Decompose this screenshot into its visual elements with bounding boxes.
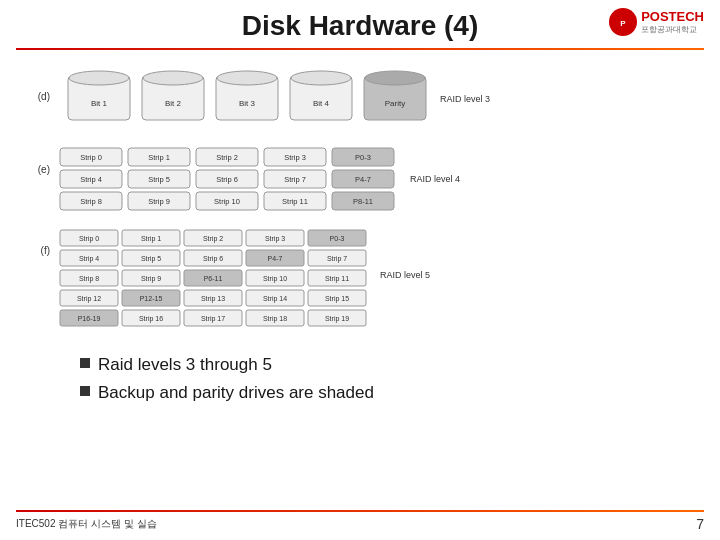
logo-name: POSTECH xyxy=(641,9,704,24)
bullet-text-1: Raid levels 3 through 5 xyxy=(98,353,272,377)
svg-point-3 xyxy=(69,71,129,85)
svg-point-9 xyxy=(217,71,277,85)
disk-bit4: Bit 4 xyxy=(290,71,352,120)
svg-text:Strip 10: Strip 10 xyxy=(263,275,287,283)
disk-bit3: Bit 3 xyxy=(216,71,278,120)
svg-text:Strip 15: Strip 15 xyxy=(325,295,349,303)
logo-text-block: POSTECH 포항공과대학교 xyxy=(641,9,704,35)
svg-text:Strip 8: Strip 8 xyxy=(80,197,102,206)
svg-text:Strip 14: Strip 14 xyxy=(263,295,287,303)
svg-text:Strip 17: Strip 17 xyxy=(201,315,225,323)
raid5-level-label: RAID level 5 xyxy=(380,270,430,280)
disk-parity3: Parity xyxy=(364,71,426,120)
svg-text:Bit 2: Bit 2 xyxy=(165,99,182,108)
svg-text:Strip 16: Strip 16 xyxy=(139,315,163,323)
svg-text:Strip 0: Strip 0 xyxy=(80,153,102,162)
svg-text:Strip 7: Strip 7 xyxy=(284,175,306,184)
svg-text:P: P xyxy=(620,19,626,28)
logo-subtext: 포항공과대학교 xyxy=(641,24,704,35)
svg-text:Bit 3: Bit 3 xyxy=(239,99,256,108)
bullet-item-1: Raid levels 3 through 5 xyxy=(80,353,670,377)
svg-text:Strip 4: Strip 4 xyxy=(80,175,102,184)
top-divider xyxy=(16,48,704,50)
svg-text:Strip 13: Strip 13 xyxy=(201,295,225,303)
raid5-label: (f) xyxy=(41,245,50,256)
svg-text:Strip 1: Strip 1 xyxy=(141,235,161,243)
logo-area: P POSTECH 포항공과대학교 xyxy=(609,8,704,36)
svg-text:Strip 4: Strip 4 xyxy=(79,255,99,263)
raid-diagram: (d) Bit 1 Bit 2 Bit 3 xyxy=(20,58,700,343)
svg-text:Strip 11: Strip 11 xyxy=(325,275,349,283)
svg-text:Strip 5: Strip 5 xyxy=(148,175,170,184)
footer: ITEC502 컴퓨터 시스템 및 실습 7 xyxy=(16,516,704,532)
svg-text:Strip 3: Strip 3 xyxy=(265,235,285,243)
bullets-section: Raid levels 3 through 5 Backup and parit… xyxy=(20,343,700,415)
raid3-label: (d) xyxy=(38,91,50,102)
main-content: (d) Bit 1 Bit 2 Bit 3 xyxy=(0,58,720,415)
svg-text:Bit 1: Bit 1 xyxy=(91,99,108,108)
bottom-divider xyxy=(16,510,704,512)
svg-point-15 xyxy=(365,71,425,85)
svg-text:P12-15: P12-15 xyxy=(140,295,163,302)
svg-text:Parity: Parity xyxy=(385,99,405,108)
disk-bit2: Bit 2 xyxy=(142,71,204,120)
svg-text:P4-7: P4-7 xyxy=(355,175,371,184)
svg-text:P4-7: P4-7 xyxy=(268,255,283,262)
bullet-text-2: Backup and parity drives are shaded xyxy=(98,381,374,405)
svg-text:P0-3: P0-3 xyxy=(355,153,371,162)
bullet-icon-1 xyxy=(80,358,90,368)
svg-text:Strip 9: Strip 9 xyxy=(148,197,170,206)
svg-text:Strip 11: Strip 11 xyxy=(282,197,308,206)
footer-course-label: ITEC502 컴퓨터 시스템 및 실습 xyxy=(16,517,157,531)
svg-text:Strip 8: Strip 8 xyxy=(79,275,99,283)
svg-text:Strip 10: Strip 10 xyxy=(214,197,240,206)
svg-text:Strip 5: Strip 5 xyxy=(141,255,161,263)
svg-text:Strip 9: Strip 9 xyxy=(141,275,161,283)
raid-svg: (d) Bit 1 Bit 2 Bit 3 xyxy=(20,58,700,343)
svg-text:P8-11: P8-11 xyxy=(353,197,373,206)
svg-text:Strip 6: Strip 6 xyxy=(216,175,238,184)
raid4-label: (e) xyxy=(38,164,50,175)
svg-text:Strip 3: Strip 3 xyxy=(284,153,306,162)
svg-text:Strip 18: Strip 18 xyxy=(263,315,287,323)
svg-point-12 xyxy=(291,71,351,85)
svg-text:P6-11: P6-11 xyxy=(204,275,223,282)
bullet-item-2: Backup and parity drives are shaded xyxy=(80,381,670,405)
svg-text:Strip 6: Strip 6 xyxy=(203,255,223,263)
svg-text:Strip 2: Strip 2 xyxy=(216,153,238,162)
svg-text:Bit 4: Bit 4 xyxy=(313,99,330,108)
svg-text:P0-3: P0-3 xyxy=(330,235,345,242)
disk-bit1: Bit 1 xyxy=(68,71,130,120)
svg-text:Strip 2: Strip 2 xyxy=(203,235,223,243)
svg-text:Strip 19: Strip 19 xyxy=(325,315,349,323)
raid3-level-label: RAID level 3 xyxy=(440,94,490,104)
svg-text:Strip 7: Strip 7 xyxy=(327,255,347,263)
svg-point-6 xyxy=(143,71,203,85)
svg-text:Strip 12: Strip 12 xyxy=(77,295,101,303)
raid4-level-label: RAID level 4 xyxy=(410,174,460,184)
svg-text:Strip 0: Strip 0 xyxy=(79,235,99,243)
footer-page-number: 7 xyxy=(696,516,704,532)
svg-text:Strip 1: Strip 1 xyxy=(148,153,170,162)
bullet-icon-2 xyxy=(80,386,90,396)
svg-text:P16-19: P16-19 xyxy=(78,315,101,322)
header: Disk Hardware (4) P POSTECH 포항공과대학교 xyxy=(0,0,720,48)
page-title: Disk Hardware (4) xyxy=(242,10,479,42)
postech-logo-icon: P xyxy=(609,8,637,36)
